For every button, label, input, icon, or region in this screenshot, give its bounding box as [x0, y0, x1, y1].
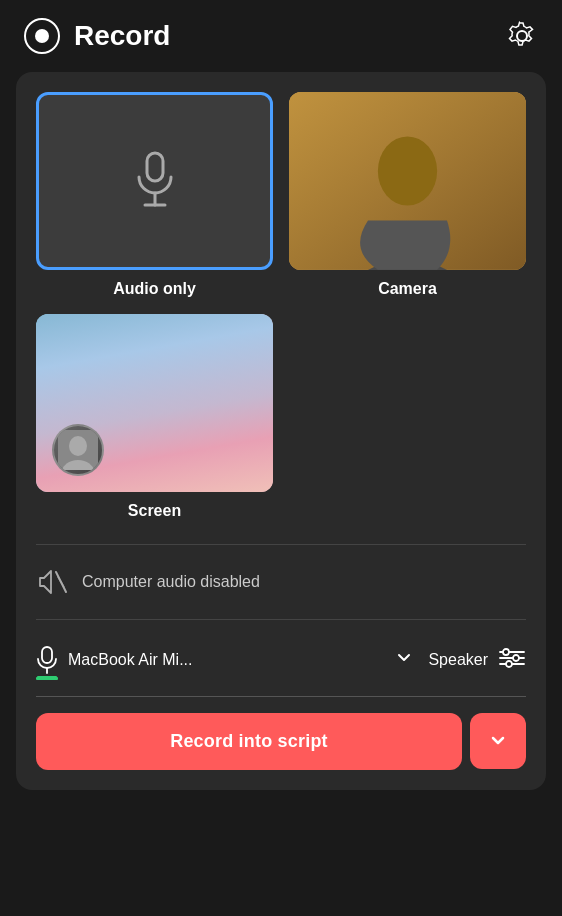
camera-mode-card[interactable]: Camera: [289, 92, 526, 298]
screen-mode-card[interactable]: Screen: [36, 314, 273, 520]
microphone-small-icon: [36, 646, 58, 674]
svg-rect-12: [42, 647, 52, 663]
audio-only-label: Audio only: [113, 280, 196, 298]
settings-icon[interactable]: [506, 20, 538, 52]
mic-active-indicator: [36, 677, 58, 680]
app-header: Record: [0, 0, 562, 72]
record-dot: [35, 29, 49, 43]
camera-person-image: [289, 92, 526, 270]
screen-preview: [36, 314, 273, 492]
audio-only-mode-card[interactable]: Audio only: [36, 92, 273, 298]
mic-selector-row: MacBook Air Mi... Speaker: [36, 636, 526, 684]
audio-only-preview: [36, 92, 273, 270]
svg-line-11: [58, 577, 64, 587]
screen-avatar: [52, 424, 104, 476]
record-into-script-button[interactable]: Record into script: [36, 713, 462, 770]
audio-disabled-icon: [36, 569, 68, 595]
mic-dropdown-button[interactable]: [390, 644, 418, 676]
bottom-divider: [36, 696, 526, 697]
main-card: Audio only: [16, 72, 546, 790]
screen-label: Screen: [128, 502, 181, 520]
svg-point-15: [503, 649, 509, 655]
record-button-row: Record into script: [36, 713, 526, 770]
microphone-icon: [131, 149, 179, 213]
svg-point-8: [69, 436, 87, 456]
mixer-icon[interactable]: [498, 647, 526, 673]
camera-label: Camera: [378, 280, 437, 298]
speaker-label: Speaker: [428, 651, 488, 669]
mic-name-text: MacBook Air Mi...: [68, 651, 380, 669]
record-dropdown-button[interactable]: [470, 713, 526, 769]
divider-1: [36, 544, 526, 545]
svg-rect-0: [147, 153, 163, 181]
audio-status-row: Computer audio disabled: [36, 561, 526, 603]
mode-grid-bottom: Screen: [36, 314, 526, 520]
svg-point-19: [506, 661, 512, 667]
camera-preview: [289, 92, 526, 270]
svg-point-6: [378, 136, 437, 205]
header-left: Record: [24, 18, 170, 54]
mode-grid-top: Audio only: [36, 92, 526, 298]
record-circle-icon: [24, 18, 60, 54]
audio-status-text: Computer audio disabled: [82, 573, 260, 591]
page-title: Record: [74, 20, 170, 52]
divider-2: [36, 619, 526, 620]
svg-point-17: [513, 655, 519, 661]
